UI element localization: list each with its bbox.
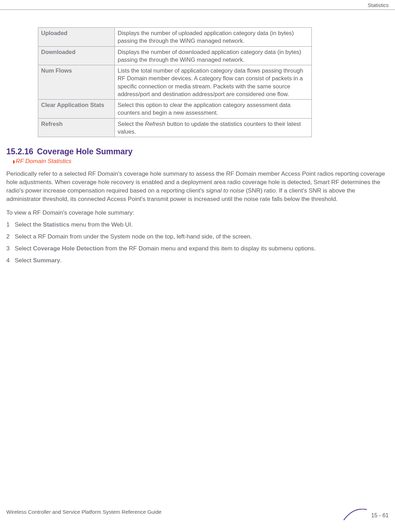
term-cell: Downloaded <box>38 46 115 65</box>
table-row: Uploaded Displays the number of uploaded… <box>38 28 312 47</box>
def-cell: Displays the number of uploaded applicat… <box>115 28 312 47</box>
footer-left-text: Wireless Controller and Service Platform… <box>6 509 162 515</box>
list-item: 4Select Summary. <box>6 256 389 265</box>
step-number: 2 <box>6 233 15 241</box>
footer-swoosh-icon <box>343 509 368 522</box>
term-cell: Refresh <box>38 118 115 137</box>
table-row: Num Flows Lists the total number of appl… <box>38 65 312 100</box>
section-heading: 15.2.16 Coverage Hole Summary <box>6 147 389 156</box>
footer-right: 15 - 61 <box>343 509 389 522</box>
step-text: Select the <box>15 221 43 228</box>
step-text: . <box>60 257 62 264</box>
breadcrumb-text: RF Domain Statistics <box>16 158 71 164</box>
breadcrumb-arrow-icon: ◗ <box>13 159 15 164</box>
step-text: menu from the Web UI. <box>70 221 133 228</box>
term-cell: Clear Application Stats <box>38 100 115 119</box>
def-text: Select the <box>118 121 145 127</box>
intro-paragraph: Periodically refer to a selected RF Doma… <box>6 170 389 203</box>
step-text: Select a RF Domain from under the System… <box>15 233 252 240</box>
page-content: Uploaded Displays the number of uploaded… <box>0 10 395 265</box>
section-title: Coverage Hole Summary <box>37 147 132 156</box>
page-number: 15 - 61 <box>371 512 389 518</box>
def-cell: Select this option to clear the applicat… <box>115 100 312 119</box>
page-header: Statistics <box>0 0 395 10</box>
definitions-table: Uploaded Displays the number of uploaded… <box>38 27 312 137</box>
lead-text: To view a RF Domain's coverage hole summ… <box>6 209 389 216</box>
step-number: 4 <box>6 256 15 265</box>
def-italic: Refresh <box>145 121 165 127</box>
step-number: 1 <box>6 221 15 229</box>
list-item: 2Select a RF Domain from under the Syste… <box>6 233 389 241</box>
page-footer: Wireless Controller and Service Platform… <box>0 509 395 522</box>
step-text: Select <box>15 257 33 264</box>
section-number: 15.2.16 <box>6 147 33 156</box>
intro-italic: signal to noise <box>206 187 244 194</box>
step-text: Select <box>15 245 33 252</box>
ui-term: Summary <box>33 257 60 264</box>
list-item: 3Select Coverage Hole Detection from the… <box>6 244 389 253</box>
header-title: Statistics <box>368 2 389 8</box>
def-cell: Lists the total number of application ca… <box>115 65 312 100</box>
step-text: from the RF Domain menu and expand this … <box>104 245 316 252</box>
term-cell: Num Flows <box>38 65 115 100</box>
step-number: 3 <box>6 244 15 253</box>
ui-term: Coverage Hole Detection <box>33 245 104 252</box>
ui-term: Statistics <box>43 221 70 228</box>
breadcrumb: ◗RF Domain Statistics <box>13 158 389 165</box>
def-cell: Select the Refresh button to update the … <box>115 118 312 137</box>
term-cell: Uploaded <box>38 28 115 47</box>
list-item: 1Select the Statistics menu from the Web… <box>6 221 389 229</box>
steps-list: 1Select the Statistics menu from the Web… <box>6 221 389 264</box>
def-cell: Displays the number of downloaded applic… <box>115 46 312 65</box>
table-row: Clear Application Stats Select this opti… <box>38 100 312 119</box>
table-row: Refresh Select the Refresh button to upd… <box>38 118 312 137</box>
table-row: Downloaded Displays the number of downlo… <box>38 46 312 65</box>
